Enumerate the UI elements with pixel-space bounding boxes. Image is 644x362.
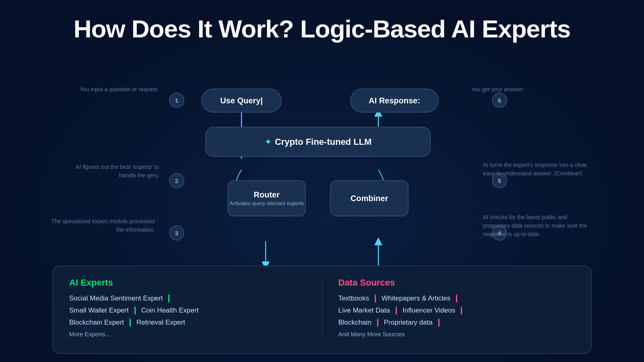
- sources-row-3: Blockchain Proprietary data: [339, 319, 575, 327]
- annotation-3: The specialized expert module processes …: [48, 217, 155, 234]
- step-2: 2: [169, 173, 184, 188]
- ai-response-node: AI Response:: [350, 88, 439, 113]
- divider-s2b: [461, 306, 462, 315]
- combiner-label: Combiner: [351, 194, 388, 203]
- source-live-market: Live Market Data: [339, 306, 390, 315]
- ai-response-label: AI Response:: [369, 96, 420, 105]
- ai-experts-panel: AI Experts Social Media Sentiment Expert…: [69, 278, 322, 342]
- data-sources-heading: Data Sources: [339, 278, 575, 288]
- sources-row-1: Textbooks Whitepapers & Articles: [339, 294, 575, 302]
- router-node: Router Activates query relevant experts: [227, 180, 306, 216]
- divider-3: [130, 319, 131, 327]
- sources-more: And Many More Sources: [339, 331, 575, 337]
- source-whitepapers: Whitepapers & Articles: [382, 294, 450, 302]
- divider-s3: [377, 319, 378, 327]
- expert-small-wallet: Small Wallet Expert: [69, 306, 129, 315]
- experts-row-2: Small Wallet Expert Coin Health Expert: [69, 306, 306, 315]
- annotation-4: AI checks for the latest public and prop…: [483, 213, 596, 239]
- page-title: How Does It Work? Logic-Based AI Experts: [0, 0, 644, 43]
- step-3: 3: [169, 225, 184, 241]
- expert-blockchain: Blockchain Expert: [69, 319, 124, 327]
- combiner-node: Combiner: [330, 180, 409, 216]
- router-subtitle: Activates query relevant experts: [229, 200, 304, 206]
- divider-s2: [396, 306, 397, 315]
- use-query-node: Use Query|: [201, 88, 282, 113]
- sources-row-2: Live Market Data Influencer Videos: [339, 306, 575, 315]
- experts-row-1: Social Media Sentiment Expert: [69, 294, 306, 302]
- divider-s3b: [438, 319, 440, 327]
- data-sources-panel: Data Sources Textbooks Whitepapers & Art…: [322, 278, 575, 342]
- source-textbooks: Textbooks: [339, 294, 369, 302]
- source-influencer: Influencer Videos: [402, 306, 455, 315]
- expert-coin-health: Coin Health Expert: [141, 306, 199, 315]
- annotation-6: You get your answer!: [471, 85, 543, 94]
- experts-more: More Experts...: [69, 331, 306, 337]
- annotation-2: AI figures out the best 'experts' to han…: [62, 163, 159, 180]
- bottom-panel: AI Experts Social Media Sentiment Expert…: [52, 265, 592, 354]
- source-blockchain: Blockchain: [339, 319, 372, 327]
- divider-2: [134, 306, 136, 315]
- divider-s1b: [456, 294, 457, 302]
- expert-social-media: Social Media Sentiment Expert: [69, 294, 163, 302]
- llm-label: Crypto Fine-tuned LLM: [275, 137, 372, 147]
- experts-row-3: Blockchain Expert Retrieval Expert: [69, 319, 306, 327]
- divider-s1: [375, 294, 376, 302]
- expert-retrieval: Retrieval Expert: [136, 319, 185, 327]
- router-label: Router: [254, 190, 279, 200]
- source-proprietary: Proprietary data: [384, 319, 433, 327]
- divider-1: [168, 294, 169, 302]
- annotation-1: You input a question or request.: [70, 85, 159, 94]
- ai-experts-heading: AI Experts: [69, 278, 306, 288]
- spark-icon: ✦: [264, 137, 272, 147]
- step-6: 6: [492, 93, 507, 108]
- use-query-label: Use Query|: [220, 96, 263, 105]
- diagram-area: 1 2 3 4 5 6 You input a question or requ…: [0, 68, 644, 362]
- llm-node: ✦ Crypto Fine-tuned LLM: [205, 127, 431, 157]
- step-1: 1: [169, 93, 184, 108]
- annotation-5: AI turns the expert's response into a cl…: [483, 161, 596, 178]
